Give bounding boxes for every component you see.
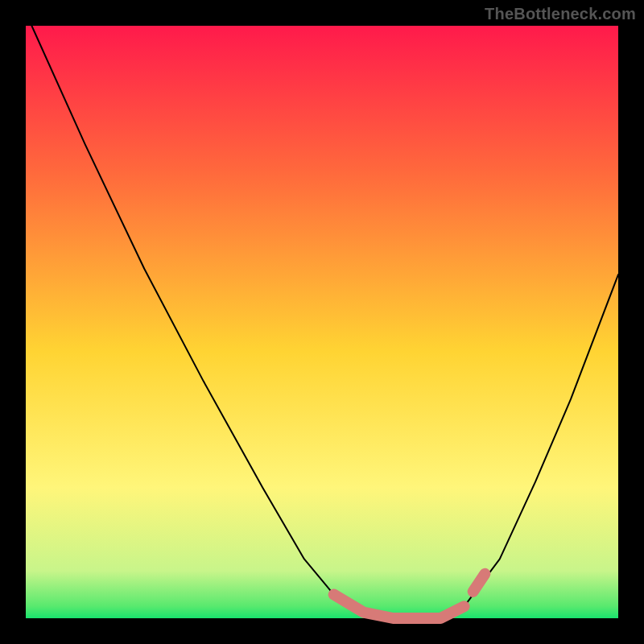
plot-background xyxy=(26,26,618,618)
chart-svg xyxy=(0,0,644,644)
chart-stage: TheBottleneck.com xyxy=(0,0,644,644)
attribution-label: TheBottleneck.com xyxy=(485,5,636,23)
